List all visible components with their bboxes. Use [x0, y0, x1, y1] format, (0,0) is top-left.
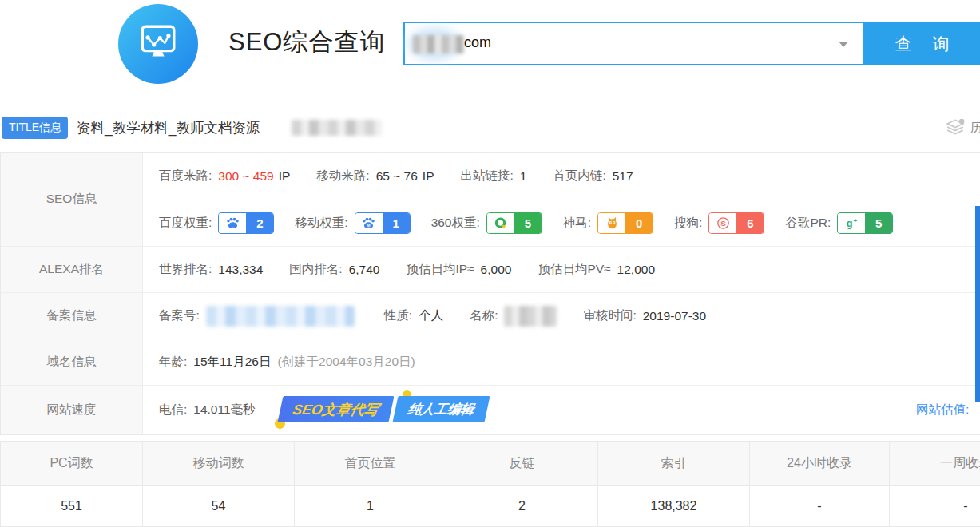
baidu-weight-value: 2 [246, 213, 273, 233]
weight-360-value: 5 [514, 213, 542, 233]
title-info-badge: TITLE信息 [2, 117, 68, 139]
index-value: 138,382 [598, 486, 750, 526]
site-valuation-link[interactable]: 网站估值: [916, 402, 969, 418]
google-plus-icon: g + [838, 213, 865, 233]
ad-banner[interactable]: SEO文章代写 纯人工编辑 [280, 396, 486, 422]
outbound-links-label: 出站链接: [460, 168, 513, 184]
baidu-paw-icon [219, 213, 246, 233]
history-query-button[interactable]: 历史 [945, 117, 980, 140]
360-ring-icon [487, 213, 514, 233]
weight-360-badge[interactable]: 5 [486, 212, 542, 234]
blurred-icp-name [504, 306, 557, 327]
blurred-icp-number [206, 306, 355, 327]
icp-name-label: 名称: [470, 307, 498, 324]
col-header-index: 索引 [598, 442, 750, 485]
row-domain: 域名信息 年龄: 15年11月26日 (创建于2004年03月20日) [1, 339, 980, 385]
row-alexa: ALEXA排名 世界排名: 143,334 国内排名: 6,740 预估日均IP… [1, 246, 980, 292]
sogou-badge[interactable]: S 6 [708, 212, 764, 234]
baidu-mobile-paw-icon: M [355, 213, 383, 233]
ad-banner-right: 纯人工编辑 [392, 396, 490, 422]
weight-360-label: 360权重: [431, 215, 480, 232]
icp-audit-value: 2019-07-30 [643, 309, 706, 323]
icp-number-label: 备案号: [159, 307, 200, 324]
row-label-icp: 备案信息 [1, 293, 143, 339]
world-rank-label: 世界排名: [159, 261, 212, 278]
pc-words-value: 551 [1, 486, 143, 526]
svg-text:M: M [367, 223, 370, 228]
mobile-traffic-unit: IP [423, 169, 434, 184]
blurred-domain-text [413, 35, 464, 53]
col-header-mobile-words: 移动词数 [143, 442, 295, 485]
google-pr-badge[interactable]: g + 5 [837, 212, 893, 234]
google-pr-value: 5 [865, 213, 892, 233]
mobile-weight-badge[interactable]: M 1 [355, 212, 411, 234]
col-header-backlinks: 反链 [446, 442, 598, 485]
svg-text:+: + [853, 217, 857, 224]
baidu-weight-label: 百度权重: [159, 215, 212, 232]
alexa-line: 世界排名: 143,334 国内排名: 6,740 预估日均IP≈ 6,000 … [143, 247, 980, 292]
rank-table-values: 551 54 1 2 138,382 - - [1, 486, 980, 526]
icp-audit-label: 审核时间: [583, 307, 636, 324]
shenma-owl-icon [598, 213, 625, 233]
mobile-weight-label: 移动权重: [295, 215, 347, 232]
shenma-value: 0 [625, 213, 653, 233]
cn-rank-label: 国内排名: [289, 261, 342, 278]
telecom-label: 电信: [159, 402, 187, 418]
outbound-links-value: 1 [520, 169, 527, 184]
collect-24h-value: - [750, 486, 890, 526]
icp-line: 备案号: 性质: 个人 名称: 审核时间: 2019-07-30 [143, 293, 980, 339]
cn-rank-value: 6,740 [349, 263, 380, 277]
mobile-traffic-label: 移动来路: [316, 168, 369, 184]
layers-icon [945, 117, 966, 140]
daily-pv-value: 12,000 [617, 263, 655, 277]
shenma-badge[interactable]: 0 [597, 212, 653, 234]
app-logo [118, 4, 198, 84]
telecom-value: 14.011毫秒 [193, 402, 255, 418]
mobile-words-value: 54 [143, 486, 295, 526]
site-title-text: 资料_教学材料_教师文档资源 [77, 118, 260, 137]
col-header-pc-words: PC词数 [1, 442, 143, 485]
domain-age-value: 15年11月26日 [193, 354, 271, 370]
world-rank-value: 143,334 [218, 263, 263, 277]
backlinks-value: 2 [446, 486, 598, 526]
row-label-alexa: ALEXA排名 [1, 247, 143, 292]
row-label-seo: SEO信息 [1, 153, 143, 246]
page-title: SEO综合查询 [228, 26, 385, 59]
seo-info-panel: SEO信息 百度来路: 300 ~ 459 IP 移动来路: 65 ~ 76 I… [0, 152, 980, 435]
homepage-links-label: 首页内链: [553, 168, 605, 184]
baidu-traffic-value: 300 ~ 459 [218, 169, 273, 184]
scroll-indicator[interactable] [975, 206, 980, 402]
homepage-links-value: 517 [613, 169, 633, 184]
row-icp: 备案信息 备案号: 性质: 个人 名称: 审核时间: 2019-07-30 [1, 292, 980, 339]
row-seo-info: SEO信息 百度来路: 300 ~ 459 IP 移动来路: 65 ~ 76 I… [1, 153, 980, 246]
col-header-home-position: 首页位置 [295, 442, 446, 485]
svg-text:S: S [720, 219, 726, 228]
google-pr-label: 谷歌PR: [785, 215, 831, 232]
shenma-label: 神马: [563, 215, 591, 232]
col-header-week-collect: 一周收录 [890, 442, 980, 485]
icp-nature-value: 个人 [419, 307, 443, 324]
row-label-speed: 网站速度 [1, 386, 143, 434]
baidu-traffic-unit: IP [279, 169, 291, 184]
svg-text:g: g [847, 218, 853, 229]
search-domain-visible: com [464, 34, 491, 51]
ad-banner-left: SEO文章代写 [277, 396, 394, 422]
baidu-weight-badge[interactable]: 2 [218, 212, 274, 234]
domain-age-label: 年龄: [159, 354, 187, 370]
chevron-down-icon[interactable] [839, 42, 848, 47]
sogou-s-icon: S [709, 213, 736, 233]
search-input[interactable]: com [403, 22, 864, 65]
query-button[interactable]: 查 询 [864, 22, 980, 65]
history-label: 历史 [970, 121, 980, 136]
col-header-24h-collect: 24小时收录 [750, 442, 890, 485]
speed-line: 电信: 14.011毫秒 [143, 386, 980, 434]
traffic-line: 百度来路: 300 ~ 459 IP 移动来路: 65 ~ 76 IP 出站链接… [143, 153, 980, 200]
row-speed: 网站速度 电信: 14.011毫秒 SEO文章代写 纯人工编辑 网站估值: [1, 385, 980, 434]
monitor-chart-icon [128, 12, 188, 76]
rank-table: PC词数 移动词数 首页位置 反链 索引 24小时收录 一周收录 551 54 … [0, 441, 980, 527]
mobile-traffic-value: 65 ~ 76 [376, 169, 418, 184]
sogou-value: 6 [736, 213, 764, 233]
daily-ip-value: 6,000 [481, 263, 512, 277]
mobile-weight-value: 1 [383, 213, 410, 233]
icp-nature-label: 性质: [384, 307, 412, 324]
